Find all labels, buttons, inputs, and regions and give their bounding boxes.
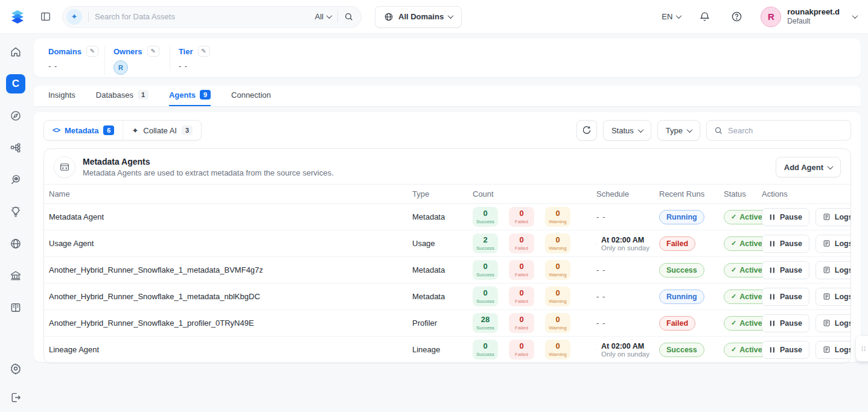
logs-label: Logs bbox=[835, 346, 851, 354]
agents-search-placeholder: Search bbox=[728, 126, 753, 135]
pause-icon bbox=[769, 267, 776, 274]
run-counts: 0Success 0Failed 0Warning bbox=[473, 340, 587, 360]
run-counts: 2Success 0Failed 0Warning bbox=[473, 233, 587, 253]
logs-button[interactable]: Logs bbox=[815, 261, 851, 279]
failed-count-chip: 0Failed bbox=[509, 340, 534, 360]
col-type: Type bbox=[407, 185, 468, 204]
logout-icon[interactable] bbox=[6, 388, 25, 407]
edit-tier-icon[interactable]: ✎ bbox=[198, 46, 210, 57]
tab-count-badge: 9 bbox=[200, 90, 211, 100]
globe-icon bbox=[384, 12, 394, 22]
refresh-icon bbox=[582, 125, 592, 135]
refresh-button[interactable] bbox=[576, 120, 597, 141]
pause-icon bbox=[769, 320, 776, 327]
agent-tab-collate-ai[interactable]: ✦ Collate AI 3 bbox=[123, 121, 201, 140]
col-actions: Actions bbox=[757, 185, 850, 204]
search-scope-dropdown[interactable]: All bbox=[315, 12, 331, 21]
left-nav-rail: C bbox=[0, 34, 31, 412]
tab-databases[interactable]: Databases 1 bbox=[96, 90, 148, 106]
schedule-empty: - - bbox=[596, 292, 605, 301]
all-domains-button[interactable]: All Domains bbox=[375, 6, 462, 28]
tab-insights[interactable]: Insights bbox=[48, 90, 75, 106]
tab-label: Databases bbox=[96, 90, 133, 100]
agent-type: Metadata bbox=[412, 292, 445, 301]
pause-button[interactable]: Pause bbox=[762, 235, 809, 253]
schedule-cell: At 02:00 AM Only on sunday bbox=[596, 236, 649, 252]
nav-domains-globe-icon[interactable] bbox=[6, 234, 25, 253]
success-count: 0 bbox=[483, 288, 487, 298]
notifications-bell-icon[interactable] bbox=[697, 8, 713, 25]
schedule-time: At 02:00 AM bbox=[601, 236, 649, 244]
agents-search-input[interactable]: Search bbox=[706, 120, 851, 141]
global-search-bar[interactable]: ✦ Search for Data Assets All bbox=[62, 6, 362, 28]
recent-run-badge[interactable]: Running bbox=[659, 210, 704, 224]
chevron-down-icon bbox=[687, 127, 693, 133]
check-icon: ✓ bbox=[731, 213, 736, 221]
edit-domains-icon[interactable]: ✎ bbox=[86, 46, 98, 57]
user-menu[interactable]: R rounakpreet.d Default bbox=[761, 7, 857, 27]
warning-count: 0 bbox=[555, 288, 560, 298]
success-label: Success bbox=[476, 352, 494, 357]
agent-name: Another_Hybrid_Runner_Snowflake_1_metada… bbox=[49, 265, 263, 274]
check-icon: ✓ bbox=[731, 319, 736, 327]
logs-button[interactable]: Logs bbox=[815, 235, 851, 253]
warning-count-chip: 0Warning bbox=[545, 260, 570, 280]
nav-explore-compass-icon[interactable] bbox=[6, 106, 25, 125]
language-selector[interactable]: EN bbox=[662, 12, 681, 21]
failed-count: 0 bbox=[519, 341, 523, 351]
recent-run-badge[interactable]: Failed bbox=[659, 236, 695, 251]
recent-run-badge[interactable]: Success bbox=[659, 343, 704, 357]
floating-widget-handle[interactable]: ⁞⁞ bbox=[856, 336, 868, 361]
nav-home-icon[interactable] bbox=[6, 42, 25, 62]
recent-run-badge[interactable]: Failed bbox=[659, 316, 695, 331]
row-actions: Pause Logs ⋮ bbox=[762, 208, 846, 226]
status-filter-dropdown[interactable]: Status bbox=[603, 120, 651, 141]
pause-button[interactable]: Pause bbox=[762, 208, 809, 226]
nav-insights-bulb-icon[interactable] bbox=[6, 202, 25, 221]
pause-button[interactable]: Pause bbox=[762, 341, 809, 359]
warning-label: Warning bbox=[549, 352, 567, 357]
nav-observability-icon[interactable] bbox=[6, 170, 25, 189]
search-icon[interactable] bbox=[344, 12, 354, 22]
owner-avatar[interactable]: R bbox=[113, 60, 128, 75]
sidebar-toggle-icon[interactable] bbox=[37, 8, 54, 25]
main-content: Domains ✎ - - Owners ✎ R Tier ✎ - - Insi… bbox=[31, 34, 864, 362]
logs-label: Logs bbox=[835, 266, 851, 274]
schedule-empty: - - bbox=[596, 212, 605, 221]
failed-label: Failed bbox=[515, 272, 528, 277]
logs-button[interactable]: Logs bbox=[815, 208, 851, 226]
nav-lineage-graph-icon[interactable] bbox=[6, 138, 25, 157]
nav-glossary-book-icon[interactable] bbox=[6, 298, 25, 317]
success-count-chip: 2Success bbox=[473, 233, 498, 253]
agent-tab-metadata[interactable]: <> Metadata 6 bbox=[44, 121, 123, 140]
nav-governance-bank-icon[interactable] bbox=[6, 266, 25, 285]
recent-run-badge[interactable]: Running bbox=[659, 290, 704, 304]
pause-button[interactable]: Pause bbox=[762, 288, 809, 306]
recent-run-badge[interactable]: Success bbox=[659, 263, 704, 277]
sparkle-icon: ✦ bbox=[132, 126, 138, 135]
logs-label: Logs bbox=[835, 319, 851, 328]
settings-gear-icon[interactable] bbox=[6, 359, 25, 378]
tab-label: Agents bbox=[169, 90, 196, 100]
success-label: Success bbox=[476, 219, 494, 224]
tab-agents[interactable]: Agents 9 bbox=[169, 90, 211, 106]
chevron-down-icon bbox=[637, 127, 643, 133]
logs-button[interactable]: Logs bbox=[815, 341, 851, 359]
success-label: Success bbox=[476, 299, 494, 304]
schedule-empty: - - bbox=[596, 319, 605, 328]
edit-owners-icon[interactable]: ✎ bbox=[147, 46, 159, 57]
nav-service-icon[interactable]: C bbox=[6, 74, 25, 93]
calendar-clock-icon bbox=[596, 344, 597, 355]
logs-button[interactable]: Logs bbox=[815, 314, 851, 332]
type-filter-dropdown[interactable]: Type bbox=[657, 120, 700, 141]
add-agent-button[interactable]: Add Agent bbox=[776, 157, 841, 177]
pause-button[interactable]: Pause bbox=[762, 314, 809, 332]
type-filter-label: Type bbox=[666, 126, 683, 135]
logs-button[interactable]: Logs bbox=[815, 288, 851, 306]
panel-title: Metadata Agents bbox=[83, 157, 334, 166]
pause-button[interactable]: Pause bbox=[762, 261, 809, 279]
tab-connection[interactable]: Connection bbox=[231, 90, 271, 106]
calendar-clock-icon bbox=[596, 238, 597, 249]
divider bbox=[88, 11, 89, 22]
help-icon[interactable] bbox=[729, 8, 745, 25]
